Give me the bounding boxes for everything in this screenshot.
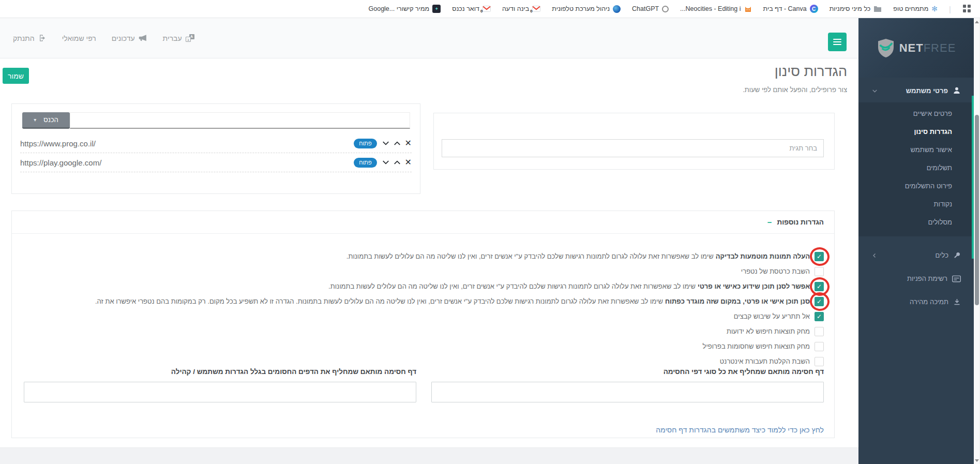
bookmarks-bar: | ✻ מתמחים טופ כל מיני סימניות C Canva -… xyxy=(0,0,980,18)
link-converter-icon: ✦ xyxy=(432,5,441,13)
delete-blocked-results-checkbox[interactable] xyxy=(815,342,824,351)
sidebar-item-payment-details[interactable]: פירוט התשלומים xyxy=(858,177,974,195)
logout-label: התנתק xyxy=(13,34,35,42)
bookmark-item[interactable]: 0 דואר נכנס xyxy=(452,5,491,12)
move-up-icon[interactable] xyxy=(394,141,401,146)
menu-toggle-button[interactable] xyxy=(828,33,847,51)
status-badge-open[interactable]: פתוח xyxy=(354,139,376,148)
url-text: https://www.prog.co.il/ xyxy=(20,139,96,148)
save-button[interactable]: שמור xyxy=(3,68,29,84)
custom-block-page-all-label: דף חסימה מותאם שמחליף את כל סוגי דפי החס… xyxy=(664,368,824,376)
url-row: https://www.prog.co.il/ פתוח ✕ xyxy=(20,134,412,153)
sidebar: NETFREE פרטי משתמש פרטים אישיים הגדרות ס… xyxy=(858,18,974,464)
bookmark-item[interactable]: C Canva - דף בית xyxy=(763,5,818,13)
additional-settings-panel: הגדרות נוספות − ✓ העלה תמונות מוטמעות לב… xyxy=(11,211,835,438)
page-title: הגדרות סינון xyxy=(743,64,847,80)
person-icon xyxy=(953,86,961,95)
add-url-input[interactable] xyxy=(70,112,410,129)
expand-row-icon[interactable] xyxy=(382,141,389,146)
bookmark-item[interactable]: כל מיני סימניות xyxy=(830,5,882,12)
netfree-logo: NETFREE xyxy=(858,18,974,78)
sidebar-item-label: כלים xyxy=(936,251,948,259)
sidebar-item-points[interactable]: נקודות xyxy=(858,195,974,213)
snowflake-icon: ✻ xyxy=(931,5,938,13)
setting-row: השבת כרטסת של נטפרי xyxy=(22,264,824,279)
netfree-settings-screen: | ✻ מתמחים טופ כל מיני סימניות C Canva -… xyxy=(0,0,980,464)
sidebar-item-personal-details[interactable]: פרטים אישיים xyxy=(858,104,974,123)
shield-logo-icon xyxy=(877,38,895,58)
move-up-icon[interactable] xyxy=(394,160,401,165)
sidebar-item-filter-settings[interactable]: הגדרות סינון xyxy=(858,123,974,141)
upload-images-checkbox[interactable]: ✓ xyxy=(815,252,824,261)
tag-select-input[interactable] xyxy=(442,139,824,157)
delete-row-icon[interactable]: ✕ xyxy=(405,158,412,167)
filter-personal-open-checkbox[interactable]: ✓ xyxy=(815,297,824,306)
updates-link[interactable]: עדכונים xyxy=(112,34,147,42)
bookmark-item[interactable]: ✦ ממיר קישורי ...Google xyxy=(369,5,441,13)
sidebar-item-tools[interactable]: כלים xyxy=(858,243,974,267)
megaphone-icon xyxy=(139,34,147,42)
sidebar-item-label: פרטי משתמש xyxy=(906,87,948,95)
delete-row-icon[interactable]: ✕ xyxy=(405,139,412,147)
footer-strip xyxy=(0,447,858,464)
topnav-links: Aב עברית עדכונים רפי שמואלי התנתק xyxy=(13,18,194,58)
setting-row: ✓ העלה תמונות מוטמעות לבדיקהשימו לב שאפש… xyxy=(22,249,824,264)
custom-block-page-user-input[interactable] xyxy=(24,382,416,402)
tag-select-panel xyxy=(433,113,835,170)
sidebar-item-quick-support[interactable]: תמיכה מהירה xyxy=(858,290,974,313)
scrollbar-up-arrow[interactable] xyxy=(974,18,980,25)
apps-grid-icon[interactable] xyxy=(962,5,971,13)
collapse-icon[interactable]: − xyxy=(767,218,772,227)
sidebar-item-label: תמיכה מהירה xyxy=(910,298,948,306)
logout-link[interactable]: התנתק xyxy=(13,34,47,42)
sidebar-item-user-approval[interactable]: אישור משתמש xyxy=(858,141,974,159)
submit-url-button[interactable]: הכנס ▾ xyxy=(22,112,70,129)
canva-icon: C xyxy=(810,5,818,13)
language-label: עברית xyxy=(163,34,182,42)
custom-block-page-all-input[interactable] xyxy=(431,382,824,402)
bookmarks-divider: | xyxy=(949,5,951,13)
sidebar-item-user-details[interactable]: פרטי משתמש xyxy=(858,78,974,102)
status-badge-open[interactable]: פתוח xyxy=(354,158,376,168)
user-name-link[interactable]: רפי שמואלי xyxy=(62,34,96,42)
no-file-corruption-alert-checkbox[interactable]: ✓ xyxy=(815,312,824,321)
download-icon xyxy=(953,298,961,306)
bookmark-item[interactable]: ניהול מערכת טלפונית xyxy=(552,5,621,13)
bookmark-label: בינה ודעה xyxy=(502,5,529,12)
page-heading: הגדרות סינון צור פרופילים, והפעל אותם לפ… xyxy=(743,64,847,94)
bookmark-item[interactable]: Neocities - Editing i... xyxy=(680,5,751,12)
block-page-help-link[interactable]: לחץ כאן כדי ללמוד כיצד משתמשים בהגדרות ד… xyxy=(656,426,824,434)
disable-netfree-card-checkbox[interactable] xyxy=(815,267,824,276)
filter-personal-content-checkbox[interactable]: ✓ xyxy=(815,282,824,291)
bookmark-label: ניהול מערכת טלפונית xyxy=(552,5,610,12)
page-subtitle: צור פרופילים, והפעל אותם לפי שעות. xyxy=(743,86,847,94)
sidebar-item-payments[interactable]: תשלומים xyxy=(858,159,974,177)
chatgpt-icon xyxy=(662,6,669,12)
scrollbar-thumb[interactable] xyxy=(975,115,979,305)
user-name-label: רפי שמואלי xyxy=(62,34,96,42)
language-link[interactable]: Aב עברית xyxy=(163,34,194,42)
sidebar-item-label: רשימת הפניות xyxy=(907,275,947,282)
bookmark-label: דואר נכנס xyxy=(452,5,479,12)
id-card-icon xyxy=(952,275,961,282)
bookmark-label: ChatGPT xyxy=(632,5,659,12)
logo-free-text: FREE xyxy=(924,41,956,54)
sidebar-item-plans[interactable]: מסלולים xyxy=(858,213,974,231)
bookmark-item[interactable]: ✻ מתמחים טופ xyxy=(893,5,938,13)
top-navbar: Aב עברית עדכונים רפי שמואלי התנתק xyxy=(0,18,858,58)
sidebar-item-referrals[interactable]: רשימת הפניות xyxy=(858,267,974,290)
gmail-icon: 0 xyxy=(532,6,540,12)
folder-icon xyxy=(873,5,882,12)
panel-title: הגדרות נוספות xyxy=(777,218,824,226)
setting-row: ✓ אפשר לסנן תוכן שידוע כאישי או פרטישימו… xyxy=(22,279,824,294)
url-text: https://play.google.com/ xyxy=(20,158,101,167)
delete-unknown-results-checkbox[interactable] xyxy=(815,327,824,336)
expand-row-icon[interactable] xyxy=(382,160,389,165)
disable-traffic-recording-checkbox[interactable] xyxy=(815,357,824,366)
logo-net-text: NET xyxy=(899,41,924,54)
settings-checkbox-list: ✓ העלה תמונות מוטמעות לבדיקהשימו לב שאפש… xyxy=(22,249,824,369)
bookmark-item[interactable]: ChatGPT xyxy=(632,5,669,12)
scrollbar-down-arrow[interactable] xyxy=(974,457,980,464)
window-scrollbar[interactable] xyxy=(974,18,980,464)
bookmark-item[interactable]: 0 בינה ודעה xyxy=(502,5,540,12)
